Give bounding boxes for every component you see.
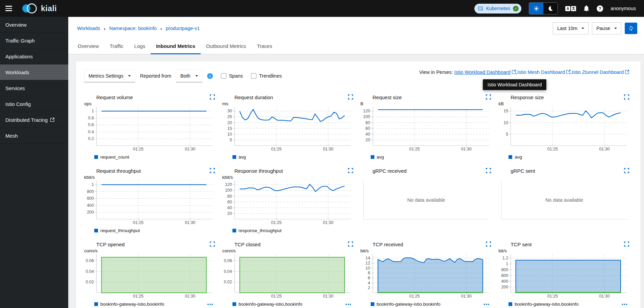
sidebar-item-istio-config[interactable]: Istio Config [0,96,68,112]
tab-logs[interactable]: Logs [129,40,151,54]
kebab-menu-icon[interactable]: ••• [481,302,490,307]
external-link-icon [50,118,54,122]
x-tick-label: 01:30 [185,220,195,225]
refresh-interval-select[interactable]: Pause [592,22,621,34]
kebab-menu-icon[interactable]: ••• [205,302,214,307]
y-tick-label: 0.4 [88,130,94,134]
expand-icon[interactable] [486,168,491,173]
perses-link-istio-workload-dashboard[interactable]: Istio Workload Dashboard [454,69,516,75]
y-tick-label: 200 [87,210,94,215]
trendlines-checkbox[interactable]: Trendlines [251,73,282,79]
no-data-plot: No data available [501,180,627,220]
legend-label: bookinfo-gateway-istio,bookinfo [515,302,578,307]
sidebar-item-distributed-tracing[interactable]: Distributed Tracing [0,112,68,128]
y-tick-label: 400 [501,279,508,284]
info-icon[interactable]: i [207,73,213,79]
y-tick-label: 800 [87,189,94,194]
tab-bar: OverviewTrafficLogsInbound MetricsOutbou… [68,40,644,54]
plot-area [96,180,213,219]
y-tick-label: 0.06 [224,258,232,263]
breadcrumb-link-workloads[interactable]: Workloads [77,26,100,31]
tab-traffic[interactable]: Traffic [104,40,129,54]
legend-item[interactable]: response_throughput [232,228,282,233]
chart-body: 15105 [498,107,633,146]
sidebar-item-services[interactable]: Services [0,80,68,96]
sidebar-item-traffic-graph[interactable]: Traffic Graph [0,33,68,49]
perses-link-istio-mesh-dashboard[interactable]: Istio Mesh Dashboard [517,69,570,75]
expand-icon[interactable] [486,94,491,100]
masthead-right: Kubernetes ✓ A 文 ? anonymous [474,2,636,15]
y-tick-label: 0.2 [88,136,94,141]
legend-label: avg [515,155,522,160]
perses-link-istio-ztunnel-dashboard[interactable]: Istio Ztunnel Dashboard [572,69,629,75]
dark-theme-button[interactable] [543,3,558,14]
sidebar-item-workloads[interactable]: Workloads [0,64,68,80]
kebab-menu-icon[interactable]: ••• [343,302,351,307]
language-icon[interactable]: A 文 [565,6,576,11]
tab-overview[interactable]: Overview [72,40,104,54]
legend-item[interactable]: bookinfo-gateway-istio,bookinfo [371,302,441,307]
legend-item[interactable]: request_count [94,155,129,160]
legend-item[interactable]: avg [232,155,246,160]
plot-area [234,107,351,146]
legend-item[interactable]: bookinfo-gateway-istio,bookinfo [232,302,302,307]
sidebar-item-mesh[interactable]: Mesh [0,128,68,144]
legend-item[interactable]: bookinfo-gateway-istio,bookinfo [94,302,164,307]
expand-icon[interactable] [210,242,215,247]
cluster-badge[interactable]: Kubernetes ✓ [474,4,521,13]
metrics-settings-select[interactable]: Metrics Settings [84,69,135,82]
user-menu[interactable]: anonymous [611,6,636,11]
sidebar-nav: OverviewTraffic GraphApplicationsWorkloa… [0,17,68,308]
breadcrumb-link-productpage-v1[interactable]: productpage-v1 [166,26,200,31]
breadcrumb-link-namespace-bookinfo[interactable]: Namespace: bookinfo [109,26,156,31]
chart-tcp-opened: TCP openedconn/s0.060.040.0201:2501:30bo… [84,242,218,307]
light-theme-button[interactable] [529,3,543,14]
expand-icon[interactable] [486,242,491,247]
legend-item[interactable]: avg [371,155,384,160]
legend-item[interactable]: bookinfo-gateway-istio,bookinfo [509,302,578,307]
kiali-logo[interactable]: kiali [22,3,57,13]
chart-title: Request duration [234,94,273,100]
checkbox-box[interactable] [221,73,226,79]
chart-body: 0.060.040.02 [222,254,356,293]
expand-icon[interactable] [624,168,629,173]
help-icon[interactable]: ? [597,5,603,12]
x-tick-label: 01:30 [323,220,333,225]
expand-icon[interactable] [210,94,215,100]
time-range-select[interactable]: Last 10m [553,22,589,34]
external-link-icon [625,69,629,75]
expand-icon[interactable] [348,94,353,100]
expand-icon[interactable] [624,242,629,247]
tab-inbound-metrics[interactable]: Inbound Metrics [151,40,201,54]
plot-area [511,107,627,146]
x-tick-label: 01:30 [185,147,195,151]
tab-outbound-metrics[interactable]: Outbound Metrics [201,40,251,54]
notifications-bell-icon[interactable] [584,5,589,11]
x-tick-label: 01:25 [409,147,420,151]
x-axis: 01:2501:30 [234,146,351,152]
cluster-icon [478,6,483,11]
expand-icon[interactable] [210,168,215,173]
chart-unit-label: conn/s [84,248,218,254]
checkbox-box[interactable] [251,73,256,79]
spans-checkbox[interactable]: Spans [221,73,243,79]
sidebar-item-overview[interactable]: Overview [0,17,68,33]
chart-body: 12010080604020 [361,107,495,146]
reported-from-select[interactable]: Both [176,69,202,82]
sidebar-item-applications[interactable]: Applications [0,49,68,64]
chart-response-throughput: Response throughputkbit/s120100806040200… [222,168,356,233]
expand-icon[interactable] [624,94,629,100]
legend-item[interactable]: request_throughput [94,228,140,233]
tab-traces[interactable]: Traces [251,40,277,54]
expand-icon[interactable] [348,168,353,173]
expand-icon[interactable] [348,242,353,247]
chart-unit-label: B [361,101,495,107]
y-tick-label: 8 [368,271,370,275]
kebab-menu-icon[interactable]: ••• [619,302,628,307]
refresh-button[interactable] [625,23,637,34]
x-tick-label: 01:25 [271,147,281,151]
chart-body: 1800600400200 [84,180,218,219]
plot-area [234,254,351,293]
hamburger-menu-icon[interactable] [5,6,12,11]
legend-item[interactable]: avg [509,155,522,160]
